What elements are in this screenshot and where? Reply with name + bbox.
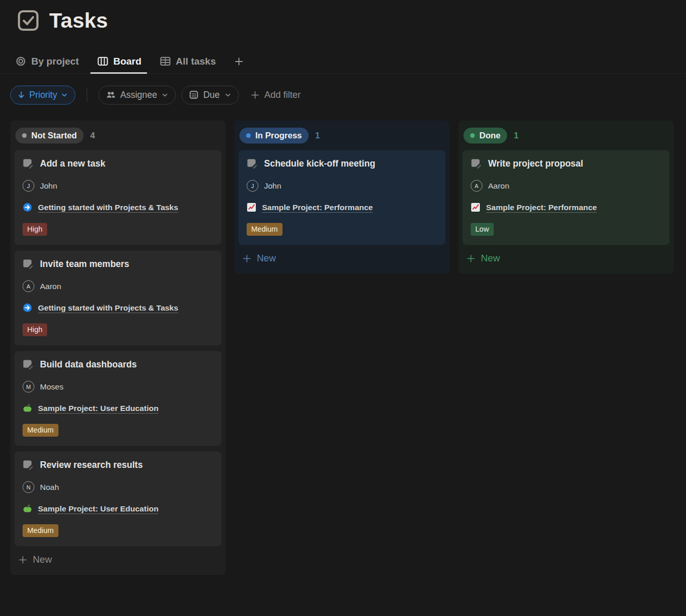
priority-tag[interactable]: Medium bbox=[23, 524, 58, 537]
card-list: Schedule kick-off meeting J John Sample … bbox=[234, 150, 450, 245]
task-card[interactable]: Schedule kick-off meeting J John Sample … bbox=[238, 150, 446, 245]
project-row: Sample Project: User Education bbox=[23, 403, 213, 413]
new-task-button[interactable]: New bbox=[10, 546, 226, 571]
avatar-initial: M bbox=[26, 384, 31, 390]
page-icon bbox=[247, 158, 257, 169]
status-dot-icon bbox=[246, 133, 251, 138]
status-dot-icon bbox=[470, 133, 475, 138]
avatar: M bbox=[23, 381, 34, 393]
board-column-done: Done 1 Write project proposal A Aaron Sa… bbox=[458, 120, 674, 274]
avatar-initial: J bbox=[251, 183, 254, 189]
tab-board[interactable]: Board bbox=[97, 49, 142, 73]
task-card[interactable]: Review research results N Noah Sample Pr… bbox=[14, 451, 221, 546]
checkbox-icon[interactable] bbox=[17, 10, 39, 31]
status-label: Done bbox=[479, 131, 500, 140]
avatar: A bbox=[471, 180, 482, 192]
column-count: 4 bbox=[90, 131, 95, 140]
priority-tag[interactable]: Medium bbox=[247, 223, 283, 236]
assignee-row: M Moses bbox=[23, 381, 213, 393]
card-list: Write project proposal A Aaron Sample Pr… bbox=[458, 150, 674, 245]
priority-tag[interactable]: Medium bbox=[23, 424, 58, 437]
filter-bar: Priority Assignee bbox=[0, 85, 686, 105]
tab-label: All tasks bbox=[176, 56, 216, 67]
project-link[interactable]: Sample Project: Performance bbox=[486, 203, 597, 212]
add-view-button[interactable] bbox=[234, 57, 244, 66]
status-pill[interactable]: Done bbox=[463, 128, 507, 143]
kanban-board: Not Started 4 Add a new task J John Gett… bbox=[0, 120, 686, 575]
avatar-initial: J bbox=[27, 183, 30, 189]
view-tabs: By project Board All tasks bbox=[0, 49, 686, 74]
assignee-name: John bbox=[264, 181, 281, 191]
due-filter-button[interactable]: Due bbox=[181, 86, 238, 105]
target-icon bbox=[15, 56, 26, 67]
column-header: Done 1 bbox=[458, 120, 674, 150]
card-list: Add a new task J John Getting started wi… bbox=[10, 150, 226, 546]
chevron-down-icon bbox=[225, 92, 231, 98]
sort-priority-button[interactable]: Priority bbox=[10, 86, 75, 105]
assignee-row: J John bbox=[23, 180, 213, 192]
add-filter-button[interactable]: Add filter bbox=[251, 90, 301, 100]
assignee-filter-button[interactable]: Assignee bbox=[98, 86, 176, 105]
avatar: J bbox=[23, 180, 34, 192]
tab-label: By project bbox=[31, 56, 79, 67]
task-title: Schedule kick-off meeting bbox=[264, 158, 375, 169]
column-header: Not Started 4 bbox=[10, 120, 226, 150]
assignee-name: Noah bbox=[40, 483, 59, 492]
project-link[interactable]: Getting started with Projects & Tasks bbox=[38, 303, 178, 313]
new-task-button[interactable]: New bbox=[458, 245, 674, 270]
status-label: In Progress bbox=[255, 131, 302, 140]
green-apple-icon bbox=[23, 504, 32, 514]
tab-by-project[interactable]: By project bbox=[15, 49, 79, 73]
project-row: Getting started with Projects & Tasks bbox=[23, 202, 213, 212]
project-row: Getting started with Projects & Tasks bbox=[23, 303, 213, 313]
project-link[interactable]: Getting started with Projects & Tasks bbox=[38, 203, 178, 212]
new-task-label: New bbox=[257, 253, 276, 264]
priority-tag[interactable]: High bbox=[23, 323, 47, 336]
project-row: Sample Project: Performance bbox=[247, 202, 437, 212]
board-column-not-started: Not Started 4 Add a new task J John Gett… bbox=[10, 120, 226, 575]
task-title: Build data dashboards bbox=[40, 359, 137, 370]
assignee-row: A Aaron bbox=[23, 280, 213, 292]
arrow-circle-icon bbox=[23, 202, 32, 212]
calendar-icon bbox=[189, 90, 198, 99]
new-task-button[interactable]: New bbox=[234, 245, 450, 270]
priority-tag[interactable]: Low bbox=[471, 223, 494, 236]
status-pill[interactable]: In Progress bbox=[239, 128, 309, 143]
plus-icon bbox=[243, 254, 251, 263]
project-link[interactable]: Sample Project: User Education bbox=[38, 504, 158, 514]
table-icon bbox=[160, 56, 171, 67]
add-filter-label: Add filter bbox=[265, 90, 301, 100]
new-task-label: New bbox=[33, 554, 52, 565]
column-count: 1 bbox=[315, 131, 320, 140]
board-columns-icon bbox=[97, 56, 108, 67]
arrow-down-icon bbox=[17, 91, 25, 99]
status-dot-icon bbox=[22, 133, 27, 138]
assignee-row: J John bbox=[247, 180, 437, 192]
status-pill[interactable]: Not Started bbox=[15, 128, 84, 143]
filter-label: Due bbox=[203, 90, 219, 100]
assignee-name: Aaron bbox=[40, 282, 61, 291]
plus-icon bbox=[18, 556, 27, 564]
task-card[interactable]: Write project proposal A Aaron Sample Pr… bbox=[462, 150, 670, 245]
task-card[interactable]: Add a new task J John Getting started wi… bbox=[14, 150, 221, 245]
arrow-circle-icon bbox=[23, 303, 32, 313]
project-link[interactable]: Sample Project: Performance bbox=[262, 203, 373, 212]
avatar: A bbox=[23, 280, 34, 292]
chart-up-icon bbox=[471, 202, 480, 212]
assignee-row: N Noah bbox=[23, 481, 213, 493]
task-card[interactable]: Invite team members A Aaron Getting star… bbox=[14, 251, 221, 345]
project-row: Sample Project: Performance bbox=[471, 202, 661, 212]
chevron-down-icon bbox=[61, 92, 68, 98]
project-link[interactable]: Sample Project: User Education bbox=[38, 404, 158, 413]
page-icon bbox=[23, 259, 33, 270]
project-row: Sample Project: User Education bbox=[23, 504, 213, 514]
priority-tag[interactable]: High bbox=[23, 223, 47, 236]
divider bbox=[87, 88, 87, 102]
tab-all-tasks[interactable]: All tasks bbox=[160, 49, 216, 73]
people-icon bbox=[106, 91, 115, 99]
task-card[interactable]: Build data dashboards M Moses Sample Pro… bbox=[14, 351, 221, 446]
plus-icon bbox=[251, 91, 259, 99]
task-title: Review research results bbox=[40, 460, 143, 470]
assignee-name: Aaron bbox=[488, 181, 509, 191]
assignee-name: Moses bbox=[40, 382, 64, 392]
